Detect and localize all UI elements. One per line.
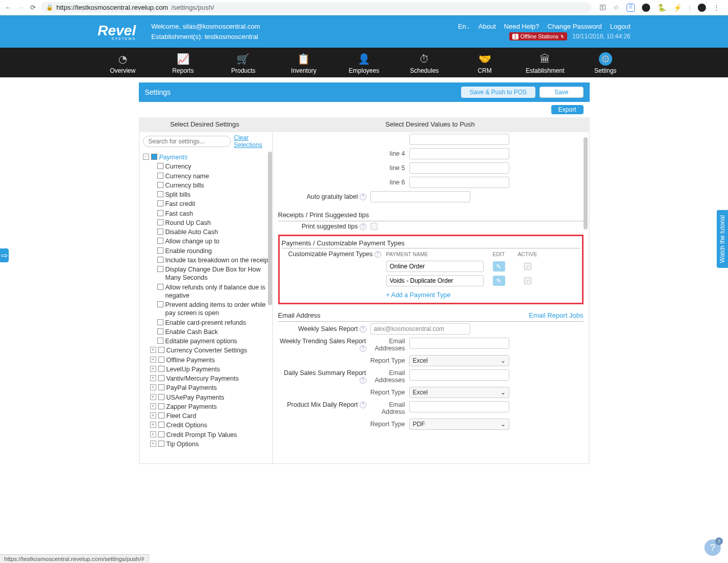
tree-item[interactable]: Currency — [165, 162, 192, 171]
checkbox[interactable] — [157, 238, 163, 244]
collapse-icon[interactable]: − — [143, 154, 149, 160]
tree-item[interactable]: Display Change Due Box for How Many Seco… — [165, 265, 272, 282]
expand-icon[interactable]: + — [150, 403, 156, 409]
help-icon[interactable]: ? — [360, 326, 366, 332]
lang-select[interactable]: En⌄ — [458, 23, 470, 30]
settings-tree[interactable]: − Payments CurrencyCurrency nameCurrency… — [140, 151, 272, 448]
ext-icon-3[interactable]: 🐍 — [657, 4, 666, 12]
tree-item[interactable]: Currency Converter Settings — [167, 346, 247, 355]
help-icon[interactable]: ? — [360, 223, 366, 230]
ext-icon-1[interactable]: ☰ — [627, 4, 635, 12]
checkbox[interactable] — [158, 357, 164, 363]
tree-item[interactable]: Zapper Payments — [167, 403, 217, 411]
tree-item[interactable]: Prevent adding items to order while pay … — [165, 301, 272, 318]
avatar-icon[interactable] — [698, 4, 706, 12]
input-product-mix-email[interactable] — [409, 401, 509, 412]
checkbox[interactable] — [158, 375, 164, 381]
help-icon[interactable]: ? — [360, 402, 366, 408]
checkbox[interactable] — [158, 441, 164, 447]
logo[interactable]: Revel SYSTEMS — [98, 23, 136, 40]
help-icon[interactable]: ? — [360, 194, 366, 200]
offline-badge[interactable]: 1 Offline Stations ⇅ — [509, 32, 567, 40]
about-link[interactable]: About — [479, 23, 496, 30]
tree-item[interactable]: Vantiv/Mercury Payments — [167, 374, 239, 383]
checkbox[interactable] — [157, 247, 163, 254]
tree-item[interactable]: Offline Payments — [167, 356, 215, 364]
input-line4[interactable] — [409, 148, 509, 159]
tree-item[interactable]: Credit Options — [167, 421, 207, 429]
select-weekly-trending-type[interactable]: Excel⌄ — [409, 355, 509, 366]
payment-name-input-1[interactable] — [386, 261, 484, 272]
checkbox[interactable] — [157, 266, 163, 272]
checkbox[interactable] — [157, 257, 163, 263]
expand-icon[interactable]: + — [150, 375, 156, 381]
save-button[interactable]: Save — [539, 87, 583, 98]
tree-item[interactable]: Include tax breakdown on the receipt — [165, 256, 270, 264]
nav-employees[interactable]: 👤Employees — [334, 48, 394, 77]
checkbox[interactable] — [157, 284, 163, 290]
nav-crm[interactable]: 🤝CRM — [454, 48, 515, 77]
checkbox[interactable] — [157, 200, 163, 206]
expand-icon[interactable]: + — [150, 412, 156, 419]
tree-payments[interactable]: Payments — [159, 153, 188, 161]
ext-icon-2[interactable] — [642, 4, 650, 12]
checkbox[interactable] — [157, 191, 163, 197]
checkbox[interactable] — [158, 412, 164, 419]
ext-icon-4[interactable]: ⚡ — [673, 4, 682, 12]
active-checkbox[interactable]: ✓ — [524, 277, 531, 284]
tree-item[interactable]: Allow refunds only if balance due is neg… — [165, 283, 272, 300]
tree-item[interactable]: Tip Options — [167, 440, 199, 448]
email-report-jobs-link[interactable]: Email Report Jobs — [529, 311, 583, 319]
tree-item[interactable]: Credit Prompt Tip Values — [167, 431, 237, 439]
input-auto-gratuity[interactable] — [370, 191, 470, 202]
checkbox[interactable] — [157, 228, 163, 235]
scrollbar[interactable] — [584, 137, 588, 230]
help-icon[interactable]: ? — [360, 345, 366, 352]
input-daily-sales-email[interactable] — [409, 369, 509, 381]
help-icon[interactable]: ? — [360, 377, 366, 384]
tree-item[interactable]: Editable payment options — [165, 337, 237, 345]
tree-item[interactable]: LevelUp Payments — [167, 365, 220, 373]
export-button[interactable]: Export — [551, 105, 584, 114]
active-checkbox[interactable]: ✓ — [524, 263, 531, 270]
key-icon[interactable]: ⚿ — [599, 4, 606, 11]
checkbox[interactable] — [158, 347, 164, 353]
edit-button[interactable]: ✎ — [493, 261, 505, 272]
nav-overview[interactable]: ◔Overview — [93, 48, 153, 77]
tree-item[interactable]: Round Up Cash — [165, 219, 211, 227]
input-weekly-trending-email[interactable] — [409, 338, 509, 349]
expand-icon[interactable]: + — [150, 347, 156, 353]
checkbox[interactable] — [157, 328, 163, 335]
checkbox-partial[interactable] — [151, 154, 157, 160]
tree-item[interactable]: Fast credit — [165, 200, 195, 208]
select-product-mix-type[interactable]: PDF⌄ — [409, 419, 509, 430]
star-icon[interactable]: ☆ — [613, 4, 619, 11]
checkbox[interactable] — [157, 163, 163, 169]
address-bar[interactable]: 🔒 https://testkosmoscentral.revelup.com/… — [41, 2, 591, 13]
reload-button[interactable]: ⟳ — [29, 4, 37, 12]
checkbox[interactable] — [157, 319, 163, 325]
back-button[interactable]: ← — [4, 4, 12, 12]
side-expand-tab[interactable]: ⇨ — [0, 248, 9, 262]
checkbox[interactable] — [157, 338, 163, 344]
scrollbar[interactable] — [268, 152, 272, 305]
checkbox[interactable] — [158, 431, 164, 437]
nav-schedules[interactable]: ⏱Schedules — [394, 48, 454, 77]
select-daily-sales-type[interactable]: Excel⌄ — [409, 387, 509, 398]
checkbox[interactable] — [158, 384, 164, 390]
payment-name-input-2[interactable] — [386, 275, 484, 286]
nav-inventory[interactable]: 📋Inventory — [274, 48, 334, 77]
nav-products[interactable]: 🛒Products — [213, 48, 274, 77]
expand-icon[interactable]: + — [150, 357, 156, 363]
input-weekly-sales[interactable] — [370, 323, 470, 335]
forward-button[interactable]: → — [16, 4, 25, 12]
nav-settings[interactable]: ⚙Settings — [575, 48, 636, 77]
tree-item[interactable]: Enable Cash Back — [165, 328, 218, 336]
help-icon[interactable]: ? — [375, 251, 381, 258]
watch-tutorial-tab[interactable]: Watch the tutorial — [717, 210, 728, 268]
change-password-link[interactable]: Change Password — [548, 23, 602, 30]
tree-item[interactable]: USAePay Payments — [167, 393, 224, 402]
need-help-link[interactable]: Need Help? — [504, 23, 539, 30]
expand-icon[interactable]: + — [150, 431, 156, 437]
expand-icon[interactable]: + — [150, 366, 156, 372]
